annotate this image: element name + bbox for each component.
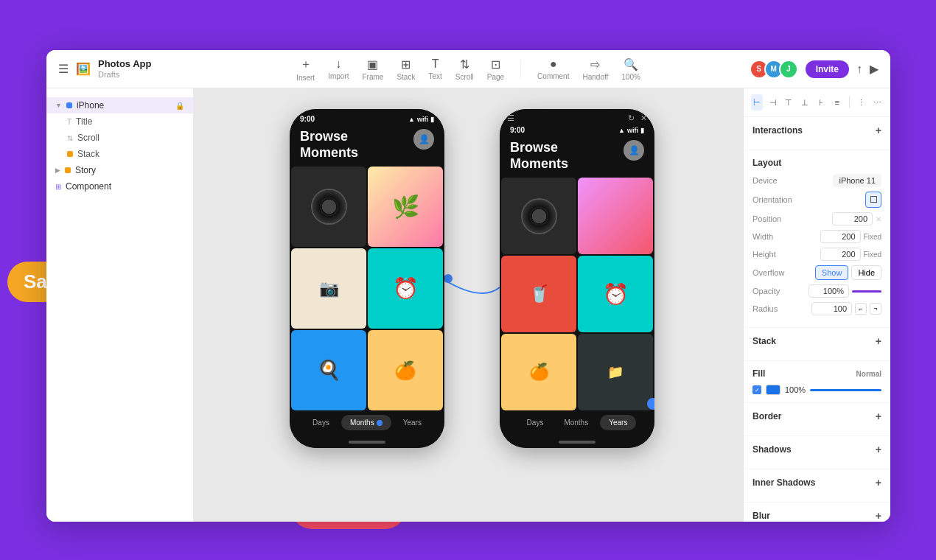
invite-button[interactable]: Invite [806,60,849,78]
phone2-toprow: ☰ ↻ ✕ [500,109,654,125]
fill-mode[interactable]: Normal [856,370,881,378]
phone-mockup-2: ☰ ↻ ✕ 9:00 ▲ wifi ▮ [500,109,654,448]
shadows-add-btn[interactable]: + [876,444,881,455]
title-label: Title [76,116,92,127]
height-mode-dropdown[interactable]: Fixed [864,251,881,259]
import-label: Import [328,72,349,80]
insert-button[interactable]: ＋ Insert [296,57,315,82]
import-button[interactable]: ↓ Import [328,57,349,80]
menu-icon[interactable]: ☰ [58,62,69,76]
sidebar-item-iphone[interactable]: ▼ iPhone 🔒 [46,97,193,113]
fill-slider[interactable] [810,389,881,391]
position-x-input[interactable] [832,212,873,225]
component-label: Component [66,181,111,192]
sidebar-item-component[interactable]: ⊞ Component [46,178,193,195]
align-right-tool[interactable]: ⊤ [783,94,795,111]
right-panel: ⊢ ⊣ ⊤ ⊥ ⊦ ≡ ⋮ ⋯ Interactions + Lay [743,88,890,522]
orientation-label: Orientation [752,195,792,204]
handoff-label: Handoff [582,73,608,81]
sidebar-item-title[interactable]: T Title [46,113,193,130]
blur-add-btn[interactable]: + [876,510,881,522]
align-left-tool[interactable]: ⊢ [751,94,763,111]
phone1-tab-months[interactable]: Months [341,415,391,430]
align-center-v-tool[interactable]: ⊦ [815,94,827,111]
phone2-bottombar: Days Months Years [500,410,654,438]
opacity-input[interactable] [808,284,849,298]
phone-screen-1: 9:00 ▲ wifi ▮ Browse Moments 👤 [290,109,444,448]
phone2-tab-years[interactable]: Years [600,415,636,430]
phone2-statusbar: 9:00 ▲ wifi ▮ [500,125,654,136]
phone2-tab-months[interactable]: Months [555,415,597,430]
sidebar-item-stack[interactable]: Stack [46,146,193,162]
fill-percent: 100% [785,385,806,394]
height-input[interactable] [820,248,861,261]
fill-color-swatch[interactable] [766,385,780,395]
wifi-icon: wifi [417,116,428,123]
blur-header: Blur + [752,510,881,522]
comment-label: Comment [537,72,569,80]
more-tool[interactable]: ⋯ [871,94,883,111]
zoom-icon: 🔍 [624,57,638,71]
inner-shadows-add-btn[interactable]: + [876,477,881,489]
overflow-hide-btn[interactable]: Hide [851,265,881,280]
photo-cell-camera-1: 📷 [291,248,366,329]
width-input[interactable] [820,230,861,243]
battery2-icon: ▮ [640,127,644,134]
stack-button[interactable]: ⊞ Stack [397,57,415,81]
align-center-h-tool[interactable]: ⊣ [767,94,779,111]
share-icon[interactable]: ↑ [856,63,862,76]
border-add-btn[interactable]: + [876,410,881,422]
play-icon[interactable]: ▶ [870,62,879,76]
sidebar-item-story[interactable]: ▶ Story [46,162,193,178]
phone2-title: Browse Moments [510,140,568,172]
overflow-buttons: Show Hide [815,265,881,280]
frame-button[interactable]: ▣ Frame [362,57,383,81]
page-button[interactable]: ⊡ Page [487,57,504,81]
align-top-tool[interactable]: ⊥ [799,94,811,111]
fill-section: Fill Normal ✓ 100% [744,361,890,403]
panel-sep-1 [849,97,850,108]
phone2-menu-icon: ☰ [507,113,514,123]
text-label: Text [428,72,441,80]
scroll-label: Scroll [77,133,99,143]
comment-button[interactable]: ● Comment [537,57,569,80]
fill-checkbox[interactable]: ✓ [752,385,761,394]
phone1-tab-days[interactable]: Days [304,415,338,430]
border-section: Border + [744,403,890,436]
title-type-icon: T [67,118,71,126]
interactions-add-btn[interactable]: + [876,125,881,136]
handoff-button[interactable]: ⇨ Handoff [582,57,608,81]
opacity-slider[interactable] [852,290,881,293]
width-label: Width [752,232,773,241]
phone-mockup-1: 9:00 ▲ wifi ▮ Browse Moments 👤 [290,109,444,448]
width-inputs: Fixed [820,230,881,243]
stack-dot [67,151,73,157]
orientation-portrait[interactable]: ☐ [865,192,881,208]
align-bottom-tool[interactable]: ≡ [831,94,843,111]
corner-buttons: ⌐ ¬ [855,303,881,315]
phone1-header: Browse Moments 👤 [290,125,444,167]
distribute-tool[interactable]: ⋮ [855,94,867,111]
phone2-title-line1: Browse [510,140,568,156]
stack-add-btn[interactable]: + [876,335,881,347]
canvas[interactable]: 9:00 ▲ wifi ▮ Browse Moments 👤 [194,88,743,522]
phone2-home-indicator [559,441,596,444]
width-mode-dropdown[interactable]: Fixed [864,233,881,241]
corner-btn-1[interactable]: ⌐ [855,303,867,315]
border-label: Border [752,411,781,421]
position-row: Position ✕ [752,212,881,225]
corner-btn-2[interactable]: ¬ [870,303,881,315]
battery-icon: ▮ [430,116,434,123]
inner-shadows-section: Inner Shadows + [744,469,890,503]
phone1-status-icons: ▲ wifi ▮ [408,116,434,123]
sidebar-item-scroll[interactable]: ⇅ Scroll [46,130,193,146]
zoom-button[interactable]: 🔍 100% [621,57,640,81]
phone1-bottombar: Days Months Years [290,410,444,438]
phone1-tab-years[interactable]: Years [394,415,430,430]
phone2-tab-days[interactable]: Days [518,415,553,430]
text-button[interactable]: T Text [428,57,441,80]
overflow-show-btn[interactable]: Show [815,265,849,280]
radius-input[interactable] [811,302,852,315]
photo-cell-plant-1: 🌿 [368,167,443,247]
scroll-button[interactable]: ⇅ Scroll [455,57,474,81]
